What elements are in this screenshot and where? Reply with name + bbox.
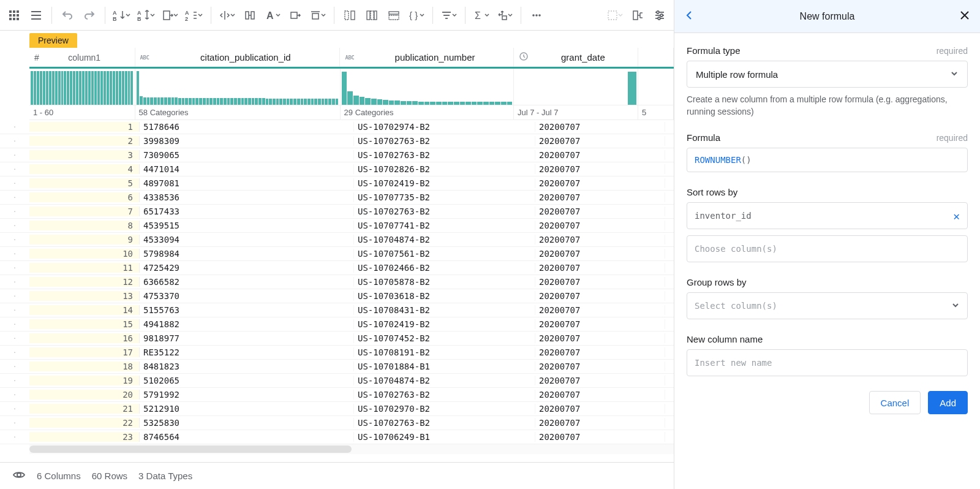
cell-citation: 6366582	[140, 277, 354, 287]
text-format-icon[interactable]: A	[262, 5, 284, 26]
table-row[interactable]: ·15178646US-10702974-B220200707	[0, 120, 674, 134]
table-row[interactable]: ·188481823US-10701884-B120200707	[0, 360, 674, 374]
table-row[interactable]: ·84539515US-10707741-B220200707	[0, 219, 674, 233]
undo-icon[interactable]	[57, 5, 78, 26]
table-row[interactable]: ·169818977US-10707452-B220200707	[0, 332, 674, 346]
rownum-cell: 11	[29, 263, 140, 273]
column-header-grantdate[interactable]: grant_date	[514, 48, 638, 67]
formula-label: Formula	[687, 132, 720, 143]
table-row[interactable]: ·114725429US-10702466-B220200707	[0, 261, 674, 275]
table-row[interactable]: ·126366582US-10705878-B220200707	[0, 275, 674, 289]
redo-icon[interactable]	[79, 5, 100, 26]
cell-publication: US-10707735-B2	[354, 192, 535, 202]
columns-icon[interactable]	[361, 5, 382, 26]
rownum-cell: 10	[29, 249, 140, 259]
cell-date: 20200707	[535, 305, 665, 315]
braces-icon[interactable]: { }	[405, 5, 428, 26]
settings-sliders-icon[interactable]	[649, 5, 670, 26]
column-header-next[interactable]	[638, 48, 674, 67]
close-icon[interactable]	[959, 10, 970, 23]
add-button[interactable]: Add	[928, 391, 968, 414]
svg-rect-16	[164, 11, 170, 20]
view-list-icon[interactable]	[26, 5, 47, 26]
rownum-cell: 20	[29, 390, 140, 400]
formula-input[interactable]: ROWNUMBER()	[687, 148, 968, 172]
cell-publication: US-10702466-B2	[354, 263, 535, 273]
cell-publication: US-10708191-B2	[354, 347, 535, 357]
rownum-cell: 7	[29, 207, 140, 216]
pivot-icon[interactable]	[494, 5, 516, 26]
table-row[interactable]: ·145155763US-10708431-B220200707	[0, 303, 674, 317]
merge-icon[interactable]	[239, 5, 260, 26]
table-row[interactable]: ·238746564US-10706249-B120200707	[0, 430, 674, 444]
cell-citation: 8746564	[140, 432, 354, 442]
svg-point-50	[17, 473, 21, 477]
sigma-icon[interactable]: Σ	[470, 5, 492, 26]
table-row[interactable]: ·94533094US-10704874-B220200707	[0, 233, 674, 247]
table-row[interactable]: ·44471014US-10702826-B220200707	[0, 162, 674, 176]
select-region-icon[interactable]	[604, 5, 626, 26]
newcol-input[interactable]	[687, 349, 968, 376]
table-row[interactable]: ·195102065US-10704874-B220200707	[0, 374, 674, 388]
table-row[interactable]: ·76517433US-10702763-B220200707	[0, 205, 674, 219]
table-row[interactable]: ·134753370US-10703618-B220200707	[0, 289, 674, 303]
table-row[interactable]: ·225325830US-10702763-B220200707	[0, 416, 674, 430]
sort-add-column[interactable]: Choose column(s)	[687, 235, 968, 262]
more-icon[interactable]	[526, 5, 547, 26]
eye-icon[interactable]	[12, 468, 26, 483]
column-header-citation[interactable]: ABC citation_publication_id	[135, 48, 341, 67]
preview-tab[interactable]: Preview	[29, 33, 77, 48]
cancel-button[interactable]: Cancel	[869, 391, 921, 414]
svg-rect-41	[608, 11, 617, 20]
cell-date: 20200707	[535, 221, 665, 230]
table-row[interactable]: ·37309065US-10702763-B220200707	[0, 148, 674, 162]
back-icon[interactable]	[684, 10, 695, 23]
svg-text:B: B	[113, 16, 117, 21]
cell-date: 20200707	[535, 136, 665, 146]
hash-icon: #	[34, 53, 39, 63]
horizontal-scrollbar[interactable]	[29, 444, 674, 454]
svg-text:{ }: { }	[409, 10, 418, 20]
filter-icon[interactable]	[438, 5, 460, 26]
table-row[interactable]: ·105798984US-10707561-B220200707	[0, 247, 674, 261]
split-icon[interactable]	[216, 5, 238, 26]
rownum-cell: 18	[29, 362, 140, 371]
rename-icon[interactable]: A2	[183, 5, 206, 26]
group-select[interactable]: Select column(s)	[687, 292, 968, 319]
table-row[interactable]: ·23998309US-10702763-B220200707	[0, 134, 674, 148]
extract-icon[interactable]	[285, 5, 306, 26]
formula-type-select[interactable]: Multiple row formula	[687, 61, 968, 88]
sort-filter-icon[interactable]: AB	[135, 5, 158, 26]
view-grid-icon[interactable]	[4, 5, 24, 26]
clock-icon	[519, 51, 529, 63]
row-gutter: ·	[0, 137, 29, 145]
cell-date: 20200707	[535, 122, 665, 132]
cell-date: 20200707	[535, 164, 665, 174]
dedup-icon[interactable]	[339, 5, 360, 26]
schema-icon[interactable]	[627, 5, 648, 26]
table-icon[interactable]	[383, 5, 404, 26]
cell-citation: 4533094	[140, 235, 354, 245]
remove-chip-icon[interactable]: ✕	[953, 210, 960, 222]
export-icon[interactable]	[159, 5, 181, 26]
svg-rect-8	[17, 18, 19, 20]
table-row[interactable]: ·64338536US-10707735-B220200707	[0, 191, 674, 205]
sort-asc-icon[interactable]: AB	[110, 5, 134, 26]
type-badge: ABC	[140, 55, 149, 61]
rownum-cell: 2	[29, 136, 140, 146]
table-row[interactable]: ·215212910US-10702970-B220200707	[0, 402, 674, 416]
table-row[interactable]: ·154941882US-10702419-B220200707	[0, 317, 674, 332]
cell-citation: 4753370	[140, 291, 354, 301]
svg-rect-20	[251, 12, 254, 19]
svg-rect-24	[312, 13, 318, 19]
table-row[interactable]: ·17RE35122US-10708191-B220200707	[0, 346, 674, 360]
sort-column-chip[interactable]: inventor_id ✕	[687, 202, 968, 229]
row-gutter: ·	[0, 180, 29, 188]
table-row[interactable]: ·205791992US-10702763-B220200707	[0, 388, 674, 402]
table-row[interactable]: ·54897081US-10702419-B220200707	[0, 176, 674, 191]
cell-publication: US-10707561-B2	[354, 249, 535, 259]
align-icon[interactable]	[307, 5, 329, 26]
column-header-publication[interactable]: ABC publication_number	[340, 48, 513, 67]
required-badge: required	[937, 133, 968, 143]
column-header-rownum[interactable]: # column1	[29, 48, 135, 67]
